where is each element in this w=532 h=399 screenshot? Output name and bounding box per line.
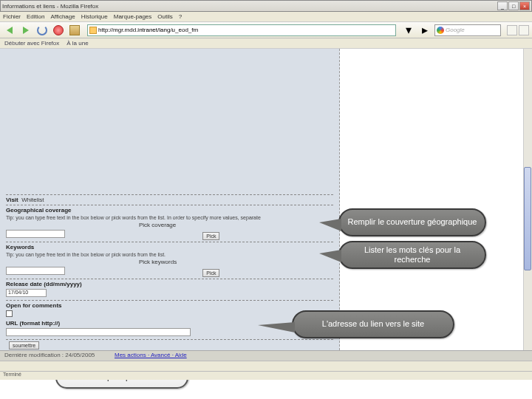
menu-item[interactable]: ? — [179, 13, 182, 20]
reload-icon — [37, 25, 47, 35]
menu-item[interactable]: Affichage — [50, 13, 75, 20]
status-bar: Terminé — [0, 371, 532, 380]
menu-item[interactable]: Marque-pages — [114, 13, 152, 20]
stop-button[interactable] — [52, 24, 65, 37]
visit-label: Visit — [6, 197, 18, 203]
play-button[interactable]: ▸ — [418, 24, 432, 37]
home-icon — [69, 25, 80, 35]
minimize-button[interactable]: _ — [497, 1, 508, 10]
toolbar-extra-2[interactable] — [519, 25, 529, 35]
home-button[interactable] — [68, 24, 81, 37]
go-button[interactable]: ▾ — [402, 24, 415, 37]
stop-icon — [53, 25, 64, 35]
google-icon — [437, 27, 444, 34]
forward-button[interactable] — [19, 24, 33, 37]
bookmark-link[interactable]: À la une — [66, 40, 88, 47]
arrow-right-icon — [23, 27, 29, 34]
page-footer: Dernière modification : 24/05/2005 Mes a… — [0, 350, 532, 361]
close-button[interactable]: × — [519, 1, 530, 10]
geo-heading: Geographical coverage — [6, 207, 333, 214]
menu-item[interactable]: Fichier — [3, 13, 21, 20]
menu-item[interactable]: Historique — [81, 13, 108, 20]
last-modified: Dernière modification : 24/05/2005 — [4, 352, 95, 358]
back-button[interactable] — [3, 24, 16, 37]
open-comments-label: Open for comments — [6, 302, 333, 309]
status-text: Terminé — [3, 372, 21, 377]
pick-coverage-label: Pick coverage — [139, 222, 176, 228]
page-icon — [89, 27, 97, 34]
bookmarks-bar: Débuter avec Firefox À la une — [0, 38, 532, 49]
keywords-heading: Keywords — [6, 244, 333, 250]
bookmark-link[interactable]: Débuter avec Firefox — [4, 40, 59, 47]
menu-bar: Fichier Edition Affichage Historique Mar… — [0, 12, 532, 22]
search-placeholder: Google — [446, 27, 465, 33]
visit-value: Whitelist — [21, 197, 44, 203]
pick-keywords-label: Pick keywords — [139, 259, 177, 265]
vertical-scrollbar[interactable] — [523, 49, 532, 380]
arrow-left-icon — [7, 27, 13, 34]
reload-button[interactable] — [35, 24, 49, 37]
scroll-thumb[interactable] — [524, 167, 531, 270]
callout-keywords: Lister les mots clés pour la recherche — [338, 241, 486, 269]
url-bar[interactable]: http://mgr.mdd.intranet/lang/u_eod_fm — [87, 24, 396, 36]
keywords-tip: Tip: you can type free text in the box b… — [6, 252, 333, 257]
browser-footer-strip — [0, 361, 532, 371]
callout-geo: Remplir le couverture géographique — [338, 208, 486, 236]
nav-toolbar: http://mgr.mdd.intranet/lang/u_eod_fm ▾ … — [0, 22, 532, 38]
footer-links[interactable]: Mes actions · Avancé · Aide — [115, 352, 187, 358]
window-title: Informations et liens - Mozilla Firefox — [2, 3, 497, 10]
window-titlebar: Informations et liens - Mozilla Firefox … — [0, 0, 532, 12]
page-content: Visit Whitelist Geographical coverage Ti… — [0, 49, 532, 380]
release-input[interactable]: 17/04/10 — [6, 289, 47, 297]
keywords-input[interactable] — [6, 267, 65, 275]
release-label: Release date (dd/mm/yyyy) — [6, 281, 333, 287]
callout-url: L'adresse du lien vers le site — [292, 310, 454, 338]
url-text: http://mgr.mdd.intranet/lang/u_eod_fm — [98, 27, 198, 33]
pick-coverage-button[interactable]: Pick — [202, 232, 219, 240]
maximize-button[interactable]: □ — [508, 1, 519, 10]
pick-keywords-button[interactable]: Pick — [202, 269, 219, 277]
submit-button[interactable]: soumettre — [9, 341, 39, 349]
menu-item[interactable]: Outils — [157, 13, 172, 20]
coverage-input[interactable] — [6, 230, 65, 238]
search-box[interactable]: Google — [434, 24, 501, 36]
open-comments-checkbox[interactable] — [6, 310, 13, 317]
toolbar-extra-1[interactable] — [507, 25, 517, 35]
geo-tip: Tip: you can type free text in the box b… — [6, 215, 333, 220]
url-input[interactable] — [6, 328, 191, 336]
menu-item[interactable]: Edition — [27, 13, 44, 20]
